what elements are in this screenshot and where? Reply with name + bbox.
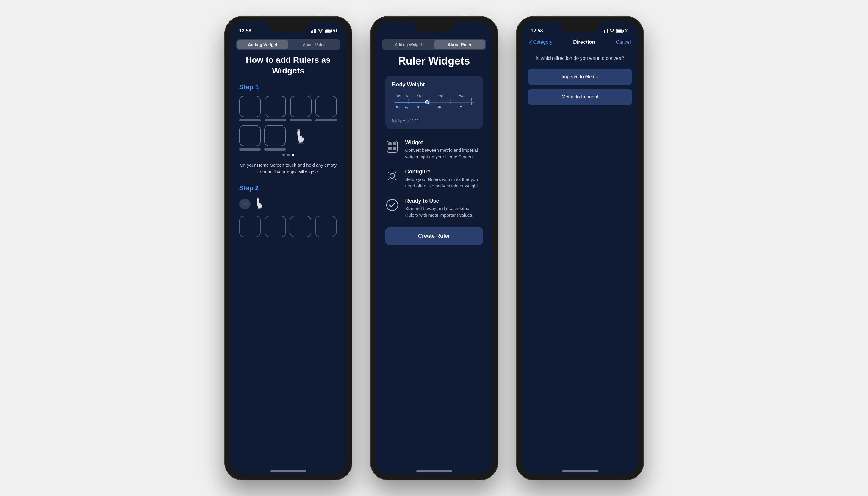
feature-ready-desc: Start right away and use created Rulers … (405, 205, 483, 219)
svg-text:120: 120 (458, 106, 463, 109)
battery-pct-1: 91 (333, 29, 337, 33)
battery-icon-svg-1 (325, 29, 332, 33)
battery-pct-3: 91 (624, 29, 629, 33)
tab-adding-widget-1[interactable]: Adding Widget (237, 40, 288, 49)
feature-ready-text: Ready to Use Start right away and use cr… (405, 198, 483, 219)
imperial-to-metric-button[interactable]: Imperial to Metric (528, 69, 632, 85)
app-label-3 (290, 119, 312, 121)
app-label-2 (265, 119, 286, 121)
how-to-title: How to add Rulers as Widgets (239, 55, 338, 76)
metric-to-imperial-button[interactable]: Metric to Imperial (528, 89, 632, 105)
app-icon-4 (315, 96, 337, 117)
phone2-main: Ruler Widgets Body Weight 120 lb 160 200… (376, 55, 492, 245)
svg-text:160: 160 (417, 94, 422, 97)
svg-rect-51 (623, 30, 624, 32)
app-icon-5 (239, 125, 261, 146)
feature-configure-title: Configure (405, 169, 483, 175)
tab-adding-widget-2[interactable]: Adding Widget (383, 40, 434, 49)
direction-question: In which direction do you want to conver… (522, 50, 638, 69)
signal-icon-1 (311, 29, 316, 33)
svg-rect-5 (332, 30, 333, 32)
phone-3: 12:58 (516, 16, 644, 480)
svg-rect-47 (604, 30, 605, 33)
list-item (239, 125, 261, 151)
svg-point-9 (257, 198, 259, 199)
tab-about-ruler-1[interactable]: About Ruler (288, 40, 340, 49)
touch-cursor-icon (289, 125, 311, 146)
svg-point-45 (387, 199, 398, 211)
plus-sign: + (244, 201, 247, 207)
notch-3 (561, 22, 599, 32)
svg-rect-6 (325, 29, 331, 32)
widget-icon (385, 140, 399, 154)
bottom-icon-3 (290, 216, 311, 237)
phone-1-screen: 12:58 (230, 22, 346, 474)
nav-title: Direction (573, 39, 595, 45)
configure-icon (385, 169, 399, 183)
ruler-svg: 120 lb 160 200 240 (392, 91, 476, 115)
touch-cursor-icon-2 (253, 197, 265, 211)
step2-section: + (239, 197, 338, 243)
app-label-1 (239, 119, 261, 121)
nav-bar-3: Category Direction Cancel (522, 37, 638, 50)
phone-2: Adding Widget About Ruler Ruler Widgets … (370, 16, 498, 480)
ruler-widgets-title: Ruler Widgets (385, 55, 483, 67)
svg-point-25 (425, 100, 429, 104)
notch-2 (415, 22, 453, 32)
add-pill: + (239, 199, 251, 209)
status-icons-1: 91 (311, 29, 337, 33)
step1-label: Step 1 (239, 83, 338, 91)
feature-widget-desc: Convert between metric and imperial valu… (405, 147, 483, 160)
create-ruler-button[interactable]: Create Ruler (385, 227, 483, 245)
status-icons-3: 91 (603, 29, 629, 33)
app-label-4 (315, 119, 337, 121)
signal-icon-3 (603, 29, 608, 33)
dot-2 (287, 154, 290, 156)
app-label-6 (264, 148, 286, 151)
app-grid-bottom (239, 216, 338, 237)
step2-label: Step 2 (239, 184, 338, 192)
svg-text:200: 200 (438, 94, 444, 97)
segmented-control-2: Adding Widget About Ruler (382, 39, 486, 50)
svg-rect-41 (393, 142, 396, 145)
app-grid-row1 (239, 96, 338, 121)
app-grid-row2 (239, 125, 338, 151)
bottom-icon-1 (239, 216, 261, 237)
svg-text:lb: lb (406, 95, 408, 97)
list-item (239, 96, 261, 121)
bottom-icon-2 (265, 216, 286, 237)
svg-rect-49 (607, 29, 608, 33)
svg-rect-3 (315, 29, 316, 33)
ruler-preview-card: Body Weight 120 lb 160 200 240 (385, 76, 483, 129)
svg-rect-43 (393, 147, 396, 150)
segmented-control-1: Adding Widget About Ruler (236, 39, 340, 50)
nav-back-button[interactable]: Category (529, 40, 553, 45)
list-item (290, 96, 312, 121)
svg-rect-52 (617, 29, 622, 32)
tab-about-ruler-2[interactable]: About Ruler (434, 40, 485, 49)
svg-text:kg: kg (405, 106, 408, 109)
dot-3 (292, 154, 294, 156)
svg-text:120: 120 (397, 94, 401, 97)
phone1-main: How to add Rulers as Widgets Step 1 (230, 55, 346, 243)
app-icon-3 (290, 96, 312, 117)
battery-1: 91 (325, 29, 337, 33)
phone-1: 12:58 (224, 16, 352, 480)
svg-rect-46 (603, 31, 603, 33)
dot-1 (282, 154, 285, 156)
svg-rect-40 (388, 142, 392, 145)
page-dots (239, 154, 338, 156)
list-item (315, 96, 338, 121)
ruler-formula: f(x: kg = lb / 2.20 (392, 119, 476, 123)
nav-cancel-button[interactable]: Cancel (616, 40, 631, 45)
wifi-icon-1 (318, 29, 323, 33)
svg-text:100: 100 (437, 106, 442, 109)
feature-widget: Widget Convert between metric and imperi… (385, 140, 483, 160)
time-1: 12:58 (239, 28, 251, 34)
checkmark-circle-icon (385, 198, 399, 212)
notch-1 (269, 22, 308, 32)
feature-configure: Configure Setup your Rulers with units t… (385, 169, 483, 189)
svg-text:80: 80 (417, 106, 420, 109)
step1-desc: On your Home Screen touch and hold any e… (239, 162, 338, 175)
feature-configure-text: Configure Setup your Rulers with units t… (405, 169, 483, 189)
